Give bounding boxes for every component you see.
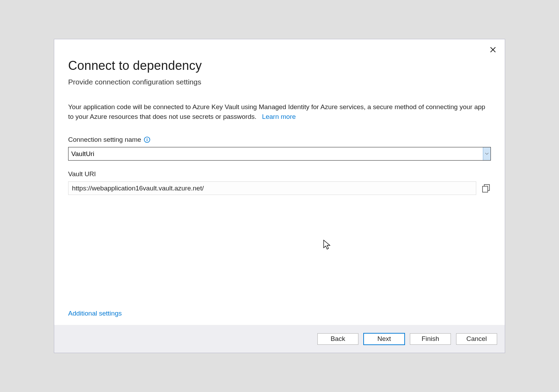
learn-more-link[interactable]: Learn more: [262, 113, 296, 120]
connection-setting-label-row: Connection setting name: [68, 136, 491, 144]
dialog-content: Connect to dependency Provide connection…: [54, 39, 505, 325]
cancel-button[interactable]: Cancel: [456, 333, 497, 345]
next-button[interactable]: Next: [364, 333, 405, 345]
vault-uri-label-row: Vault URI: [68, 170, 491, 178]
page-title: Connect to dependency: [68, 58, 491, 73]
copy-icon: [481, 183, 491, 193]
svg-point-3: [147, 138, 147, 139]
svg-rect-4: [147, 139, 147, 141]
copy-button[interactable]: [481, 183, 491, 193]
connection-setting-combo: [68, 147, 491, 161]
additional-settings-link[interactable]: Additional settings: [68, 310, 491, 317]
dialog-window: Connect to dependency Provide connection…: [54, 39, 505, 353]
info-icon[interactable]: [144, 137, 150, 143]
close-icon: [490, 47, 496, 53]
connection-setting-input[interactable]: [68, 147, 483, 160]
connection-setting-label: Connection setting name: [68, 136, 141, 144]
back-button[interactable]: Back: [317, 333, 358, 345]
chevron-down-icon: [485, 153, 488, 155]
vault-uri-input[interactable]: [68, 181, 476, 195]
svg-rect-6: [483, 186, 488, 192]
vault-uri-row: [68, 181, 491, 195]
close-button[interactable]: [489, 46, 497, 54]
description-text: Your application code will be connected …: [68, 102, 491, 121]
vault-uri-label: Vault URI: [68, 170, 96, 178]
finish-button[interactable]: Finish: [410, 333, 451, 345]
connection-setting-field: Connection setting name: [68, 136, 491, 161]
button-bar: Back Next Finish Cancel: [54, 325, 505, 353]
connection-setting-dropdown[interactable]: [483, 147, 491, 160]
vault-uri-field: Vault URI: [68, 170, 491, 195]
page-subtitle: Provide connection configuration setting…: [68, 78, 491, 86]
